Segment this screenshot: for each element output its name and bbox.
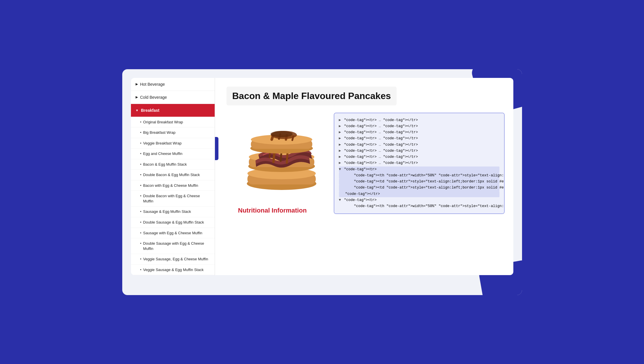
code-content: "code-tag"><tr> … "code-tag"></tr> bbox=[344, 123, 418, 129]
code-content: "code-tag"><th "code-attr">width="50%" "… bbox=[345, 203, 505, 209]
breakfast-menu-item[interactable]: Veggie Sausage, Egg & Cheese Muffin bbox=[131, 254, 215, 265]
code-content: "code-tag"><tr> … "code-tag"></tr> bbox=[344, 136, 418, 142]
code-arrow-icon[interactable]: ▶ bbox=[339, 142, 343, 148]
svg-point-10 bbox=[271, 131, 293, 137]
arrow-icon: ▶ bbox=[136, 82, 138, 86]
sidebar-item-breakfast[interactable]: ▼ Breakfast bbox=[131, 104, 215, 117]
code-content: "code-tag"></tr> bbox=[345, 191, 380, 197]
breakfast-menu-item[interactable]: Sausage & Egg Muffin Stack bbox=[131, 206, 215, 217]
code-line: ▼ "code-tag"><tr> bbox=[339, 167, 499, 173]
code-content: "code-tag"><tr> … "code-tag"></tr> bbox=[344, 142, 418, 148]
code-content: "code-tag"><tr> … "code-tag"></tr> bbox=[344, 117, 418, 123]
breakfast-menu-item[interactable]: Egg and Cheese Muffin bbox=[131, 149, 215, 159]
main-content: Bacon & Maple Flavoured Pancakes bbox=[215, 78, 513, 275]
code-line: ▶ "code-tag"><tr> … "code-tag"></tr> bbox=[339, 117, 499, 123]
side-decoration bbox=[215, 137, 218, 160]
code-line: ▶ "code-tag"><tr> … "code-tag"></tr> bbox=[339, 129, 499, 136]
code-arrow-icon[interactable]: ▼ bbox=[339, 197, 343, 203]
code-arrow-icon[interactable]: ▶ bbox=[339, 154, 343, 160]
code-line: "code-tag"></tr> bbox=[339, 191, 499, 197]
code-line: "code-tag"><th "code-attr">width="50%" "… bbox=[339, 203, 499, 209]
code-panel: ▶ "code-tag"><tr> … "code-tag"></tr>▶ "c… bbox=[334, 113, 505, 214]
code-content: "code-tag"><tr> … "code-tag"></tr> bbox=[344, 154, 418, 160]
sidebar-item-hot-beverage[interactable]: ▶ Hot Beverage bbox=[131, 78, 215, 91]
code-line: ▶ "code-tag"><tr> … "code-tag"></tr> bbox=[339, 123, 499, 129]
sidebar: ▶ Hot Beverage ▶ Cold Beverage ▼ Breakfa… bbox=[131, 78, 215, 275]
code-line: ▶ "code-tag"><tr> … "code-tag"></tr> bbox=[339, 160, 499, 166]
breakfast-submenu: Original Breakfast WrapBig Breakfast Wra… bbox=[131, 117, 215, 275]
product-title: Bacon & Maple Flavoured Pancakes bbox=[227, 87, 397, 105]
sidebar-item-label: Cold Beverage bbox=[140, 95, 167, 100]
breakfast-menu-item[interactable]: Double Bacon with Egg & Cheese Muffin bbox=[131, 191, 215, 206]
sidebar-item-cold-beverage[interactable]: ▶ Cold Beverage bbox=[131, 91, 215, 104]
code-line: "code-tag"><td "code-attr">style="text-a… bbox=[339, 179, 499, 185]
breakfast-menu-item[interactable]: Bacon & Egg Muffin Stack bbox=[131, 159, 215, 170]
code-arrow-icon[interactable]: ▶ bbox=[339, 129, 343, 136]
breakfast-menu-item[interactable]: Sausage with Egg & Cheese Muffin bbox=[131, 228, 215, 239]
code-line: "code-tag"><th "code-attr">width="50%" "… bbox=[339, 173, 499, 179]
code-content: "code-tag"><tr> … "code-tag"></tr> bbox=[344, 129, 418, 136]
code-line: "code-tag"><td "code-attr">style="text-a… bbox=[339, 185, 499, 191]
code-line: ▶ "code-tag"><tr> … "code-tag"></tr> bbox=[339, 148, 499, 154]
code-arrow-icon[interactable]: ▶ bbox=[339, 160, 343, 166]
product-image bbox=[241, 120, 322, 195]
arrow-icon: ▼ bbox=[136, 109, 139, 112]
breakfast-menu-item[interactable]: Double Sausage with Egg & Cheese Muffin bbox=[131, 238, 215, 254]
code-content: "code-tag"><tr> bbox=[344, 197, 377, 203]
code-content: "code-tag"><th "code-attr">width="50%" "… bbox=[345, 173, 505, 179]
code-arrow-icon[interactable]: ▶ bbox=[339, 123, 343, 129]
code-line: ▶ "code-tag"><tr> … "code-tag"></tr> bbox=[339, 154, 499, 160]
sidebar-item-label: Hot Beverage bbox=[140, 82, 165, 87]
breakfast-menu-item[interactable]: Veggie Breakfast Wrap bbox=[131, 138, 215, 149]
breakfast-menu-item[interactable]: Original Breakfast Wrap bbox=[131, 117, 215, 128]
code-content: "code-tag"><tr> … "code-tag"></tr> bbox=[344, 160, 418, 166]
breakfast-menu-item[interactable]: Double Bacon & Egg Muffin Stack bbox=[131, 170, 215, 180]
code-line: ▼ "code-tag"><tr> bbox=[339, 197, 499, 203]
code-line: ▶ "code-tag"><tr> … "code-tag"></tr> bbox=[339, 142, 499, 148]
code-content: "code-tag"><td "code-attr">style="text-a… bbox=[345, 179, 505, 185]
code-content: "code-tag"><tr> bbox=[344, 167, 377, 173]
code-arrow-icon[interactable]: ▼ bbox=[339, 167, 343, 173]
arrow-icon: ▶ bbox=[136, 95, 138, 99]
sidebar-item-label: Breakfast bbox=[141, 108, 159, 113]
product-image-area bbox=[238, 117, 325, 198]
code-content: "code-tag"><tr> … "code-tag"></tr> bbox=[344, 148, 418, 154]
code-line: ▶ "code-tag"><tr> … "code-tag"></tr> bbox=[339, 136, 499, 142]
inner-card: ▶ Hot Beverage ▶ Cold Beverage ▼ Breakfa… bbox=[131, 78, 513, 275]
code-arrow-icon[interactable]: ▶ bbox=[339, 148, 343, 154]
code-content: "code-tag"><td "code-attr">style="text-a… bbox=[345, 185, 505, 191]
breakfast-menu-item[interactable]: Veggie Sausage & Egg Muffin Stack bbox=[131, 265, 215, 275]
breakfast-menu-item[interactable]: Double Sausage & Egg Muffin Stack bbox=[131, 217, 215, 228]
outer-card: ▶ Hot Beverage ▶ Cold Beverage ▼ Breakfa… bbox=[122, 69, 522, 295]
code-arrow-icon[interactable]: ▶ bbox=[339, 117, 343, 123]
breakfast-menu-item[interactable]: Big Breakfast Wrap bbox=[131, 127, 215, 138]
breakfast-menu-item[interactable]: Bacon with Egg & Cheese Muffin bbox=[131, 180, 215, 191]
code-arrow-icon[interactable]: ▶ bbox=[339, 136, 343, 142]
